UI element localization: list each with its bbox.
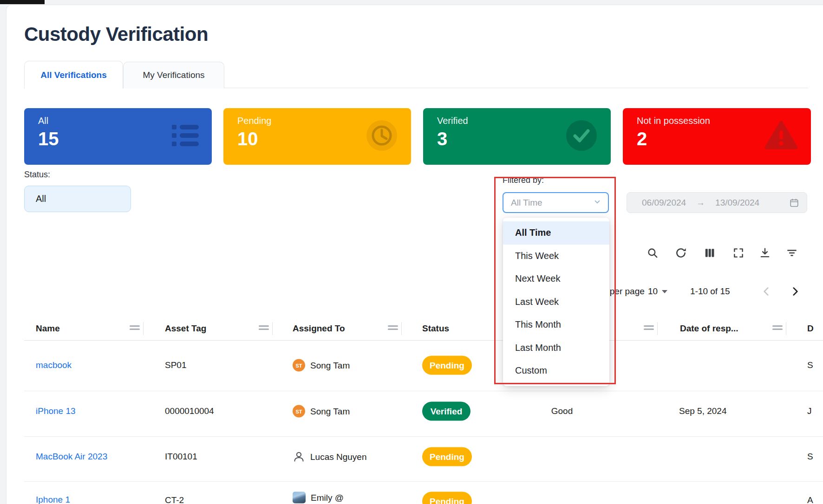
menu-option-this-month[interactable]: This Month [503, 313, 609, 336]
status-badge: Pending [422, 447, 472, 466]
photo-avatar [293, 492, 306, 504]
tab-my-verifications[interactable]: My Verifications [123, 62, 224, 88]
column-drag-icon[interactable] [387, 324, 398, 333]
status-filter-label: Status: [24, 170, 50, 180]
calendar-icon [789, 198, 799, 208]
header-divider [24, 340, 823, 341]
truncated-cell: S [807, 360, 813, 370]
condition-cell: Good [543, 406, 581, 416]
assignee-name: Song Tam [310, 360, 350, 370]
asset-name-link[interactable]: macbook [36, 360, 72, 370]
time-filter-value: All Time [511, 198, 593, 208]
stat-card-all-label: All [38, 116, 48, 126]
tab-my-verifications-label: My Verifications [143, 70, 204, 80]
prev-page-button[interactable] [760, 285, 772, 299]
column-header-status[interactable]: Status [422, 323, 449, 334]
date-from-value: 06/09/2024 [642, 198, 686, 208]
menu-option-all-time[interactable]: All Time [503, 221, 609, 245]
tab-all-verifications[interactable]: All Verifications [24, 61, 123, 89]
page-size-select[interactable]: 10 [648, 286, 667, 297]
download-icon[interactable] [759, 247, 771, 259]
column-drag-icon[interactable] [643, 324, 654, 333]
caret-down-icon [662, 290, 667, 293]
date-range-input[interactable]: 06/09/2024 → 13/09/2024 [627, 192, 807, 213]
check-circle-icon [565, 119, 598, 154]
screen-edge-artifact [0, 0, 45, 4]
warning-icon [764, 121, 798, 152]
pagination-range: 1-10 of 15 [690, 286, 730, 297]
date-of-response-cell: Sep 5, 2024 [679, 406, 726, 416]
asset-name-link[interactable]: Iphone 1 [36, 495, 70, 504]
column-header-truncated[interactable]: D [807, 323, 814, 334]
menu-option-this-week[interactable]: This Week [503, 245, 609, 268]
stat-card-nip-label: Not in possession [637, 116, 710, 126]
search-icon[interactable] [647, 247, 659, 259]
time-filter-select[interactable]: All Time [503, 192, 609, 213]
avatar-initials: ST [293, 359, 305, 372]
stat-card-not-in-possession[interactable]: Not in possession 2 [623, 108, 811, 165]
column-separator[interactable] [786, 322, 786, 335]
column-header-date-of-response[interactable]: Date of resp... [680, 323, 738, 334]
clock-icon [366, 119, 398, 154]
stat-card-pending[interactable]: Pending 10 [223, 108, 411, 165]
row-divider [24, 436, 823, 437]
tab-all-verifications-label: All Verifications [40, 70, 107, 80]
truncated-cell: J [807, 406, 812, 416]
assignee-name: Song Tam [310, 406, 350, 416]
status-filter-value: All [36, 194, 46, 204]
time-filter-menu: All Time This Week Next Week Last Week T… [503, 218, 609, 386]
list-icon [172, 124, 199, 149]
asset-tag-cell: CT-2 [165, 495, 184, 504]
date-arrow: → [696, 198, 705, 208]
stat-card-verified-value: 3 [437, 129, 447, 149]
asset-name-link[interactable]: MacBook Air 2023 [36, 452, 107, 462]
assignee-name: Lucas Nguyen [310, 452, 366, 462]
stat-card-nip-value: 2 [637, 129, 647, 149]
stat-card-verified[interactable]: Verified 3 [423, 108, 611, 165]
asset-name-link[interactable]: iPhone 13 [36, 406, 76, 416]
column-drag-icon[interactable] [772, 324, 783, 333]
stat-card-all-value: 15 [38, 129, 59, 149]
custody-verification-page: Custody Verification All Verifications M… [0, 0, 823, 504]
status-filter-select[interactable]: All [24, 186, 131, 212]
next-page-button[interactable] [789, 285, 801, 299]
column-drag-icon[interactable] [129, 324, 140, 333]
stat-card-pending-value: 10 [237, 129, 258, 149]
stat-card-pending-label: Pending [237, 116, 271, 126]
row-divider [24, 481, 823, 482]
column-separator[interactable] [272, 322, 273, 335]
chevron-left-icon [760, 285, 772, 297]
assigned-to-cell: ST Song Tam [293, 359, 350, 372]
column-header-assigned-to[interactable]: Assigned To [293, 323, 345, 334]
asset-tag-cell: IT00101 [165, 452, 197, 462]
status-badge: Pending [422, 356, 472, 375]
column-header-asset-tag[interactable]: Asset Tag [165, 323, 206, 334]
column-drag-icon[interactable] [258, 324, 269, 333]
menu-option-last-week[interactable]: Last Week [503, 291, 609, 314]
menu-option-next-week[interactable]: Next Week [503, 267, 609, 291]
asset-tag-cell: 0000010004 [165, 406, 214, 416]
refresh-icon[interactable] [675, 247, 687, 259]
row-divider [24, 391, 823, 391]
column-separator[interactable] [657, 322, 658, 335]
menu-option-custom[interactable]: Custom [503, 359, 609, 382]
assigned-to-cell: ST Song Tam [293, 405, 350, 418]
menu-option-last-month[interactable]: Last Month [503, 336, 609, 360]
assignee-name: Emily @ [311, 492, 344, 503]
filter-icon[interactable] [786, 247, 798, 259]
columns-icon[interactable] [704, 247, 716, 259]
truncated-cell: S [807, 452, 813, 462]
stat-card-all[interactable]: All 15 [24, 108, 212, 165]
column-header-name[interactable]: Name [36, 323, 60, 334]
filtered-by-label: Filtered by: [503, 175, 544, 185]
status-badge: Verified [422, 402, 470, 421]
truncated-cell: A [807, 495, 813, 504]
stat-card-verified-label: Verified [437, 116, 468, 126]
fullscreen-icon[interactable] [732, 247, 745, 259]
column-separator[interactable] [143, 322, 144, 335]
column-separator[interactable] [401, 322, 402, 335]
page-size-value: 10 [648, 286, 658, 297]
assigned-to-cell: Lucas Nguyen [293, 451, 366, 463]
chevron-down-icon [593, 198, 601, 208]
status-badge: Pending [422, 492, 472, 504]
